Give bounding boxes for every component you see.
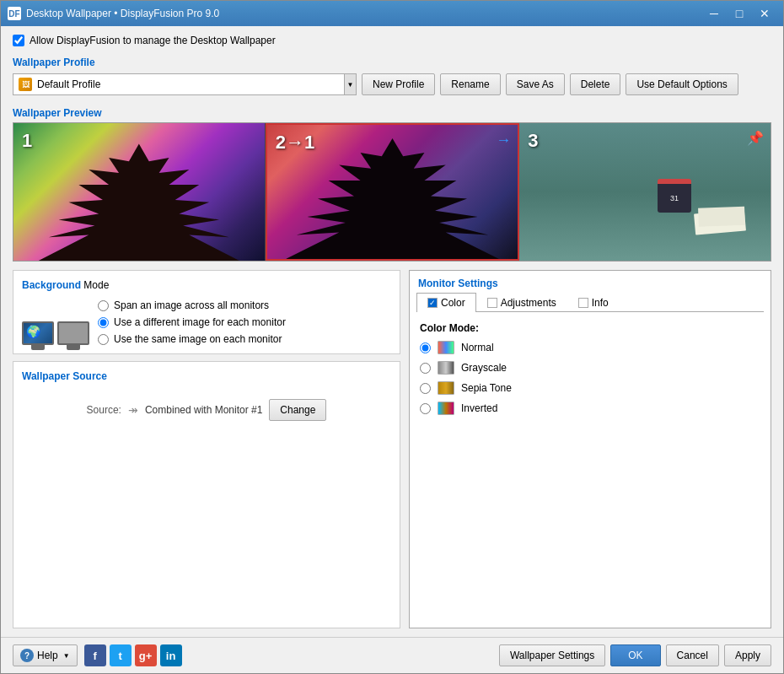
tab-adjustments[interactable]: Adjustments [476, 293, 567, 312]
wallpaper-source-section: Wallpaper Source Source: ↠ Combined with… [13, 361, 400, 628]
preview-section: Wallpaper Preview 1 2→1 → [13, 107, 771, 262]
ok-button[interactable]: OK [610, 644, 660, 666]
content-area: Allow DisplayFusion to manage the Deskto… [1, 26, 783, 637]
color-option-grayscale[interactable]: Grayscale [420, 361, 760, 375]
tab-color-label: Color [441, 297, 465, 309]
monitor2-icon-overlay: → [496, 132, 511, 149]
radio-same-label: Use the same image on each monitor [114, 333, 282, 345]
paper-pile [694, 210, 746, 235]
color-option-normal[interactable]: Normal [420, 341, 760, 354]
radio-inverted[interactable] [420, 403, 431, 414]
allow-checkbox-label: Allow DisplayFusion to manage the Deskto… [30, 35, 276, 46]
googleplus-icon[interactable]: g+ [135, 644, 157, 666]
help-dropdown-arrow: ▼ [63, 652, 70, 660]
rename-button[interactable]: Rename [440, 73, 500, 95]
tab-info[interactable]: Info [567, 293, 620, 312]
apply-button[interactable]: Apply [724, 644, 771, 666]
color-label-normal: Normal [461, 342, 494, 353]
change-button[interactable]: Change [269, 399, 326, 421]
radio-span-input[interactable] [98, 300, 109, 311]
maximize-button[interactable]: □ [728, 5, 751, 22]
tab-color[interactable]: ✓ Color [416, 293, 476, 312]
monitor-icon-second [57, 321, 89, 345]
title-bar: DF Desktop Wallpaper • DisplayFusion Pro… [1, 1, 783, 26]
calendar-icon: 31 [658, 179, 691, 213]
monitor-preview-2[interactable]: 2→1 → [266, 123, 520, 261]
help-button[interactable]: ? Help ▼ [13, 644, 78, 666]
preview-container: 1 2→1 → 31 [13, 122, 771, 262]
radio-sepia[interactable] [420, 383, 431, 394]
linkedin-icon[interactable]: in [160, 644, 182, 666]
tab-color-checkbox: ✓ [427, 298, 438, 308]
tab-info-checkbox [578, 298, 588, 308]
facebook-icon[interactable]: f [84, 644, 106, 666]
swatch-normal-icon [438, 341, 454, 354]
twitter-icon[interactable]: t [110, 644, 132, 666]
monitor3-number: 3 [528, 130, 538, 152]
cancel-button[interactable]: Cancel [666, 644, 719, 666]
wallpaper-preview-label: Wallpaper Preview [13, 107, 771, 119]
dropdown-arrow-icon: ▼ [344, 74, 356, 94]
tab-content: Color Mode: Normal Grayscale S [410, 312, 771, 628]
color-label-grayscale: Grayscale [461, 362, 507, 374]
color-label-sepia: Sepia Tone [461, 382, 512, 394]
help-label: Help [37, 650, 58, 661]
wallpaper-profile-label: Wallpaper Profile [13, 57, 771, 68]
bottom-right-buttons: Wallpaper Settings OK Cancel Apply [499, 644, 771, 666]
bottom-panels: Background Mode Span an image across all… [13, 270, 771, 628]
minimize-button[interactable]: ─ [702, 5, 726, 22]
monitor-icons [22, 298, 89, 345]
title-bar-text: Desktop Wallpaper • DisplayFusion Pro 9.… [26, 8, 702, 19]
use-default-options-button[interactable]: Use Default Options [626, 73, 738, 95]
radio-different-label: Use a different image for each monitor [114, 316, 286, 328]
background-mode-section: Background Mode Span an image across all… [13, 270, 400, 354]
tab-adjustments-label: Adjustments [501, 297, 556, 309]
swatch-grayscale-icon [438, 361, 454, 375]
tree-silhouette-1 [39, 143, 239, 261]
profile-dropdown[interactable]: 🖼 Default Profile ▼ [13, 73, 357, 95]
new-profile-button[interactable]: New Profile [362, 73, 435, 95]
tabs-row: ✓ Color Adjustments Info [416, 293, 764, 312]
monitor-preview-3[interactable]: 31 3 📌 [519, 123, 771, 261]
radio-span[interactable]: Span an image across all monitors [98, 299, 286, 311]
allow-checkbox[interactable] [13, 35, 24, 46]
background-mode-content: Span an image across all monitors Use a … [22, 298, 391, 345]
radio-same[interactable]: Use the same image on each monitor [98, 333, 286, 345]
close-button[interactable]: ✕ [753, 5, 776, 22]
monitor1-number: 1 [22, 130, 32, 152]
radio-different[interactable]: Use a different image for each monitor [98, 316, 286, 328]
save-as-button[interactable]: Save As [506, 73, 565, 95]
radio-grayscale[interactable] [420, 363, 431, 374]
left-panel: Background Mode Span an image across all… [13, 270, 400, 628]
color-option-sepia[interactable]: Sepia Tone [420, 381, 760, 395]
delete-button[interactable]: Delete [570, 73, 621, 95]
social-icons: f t g+ in [84, 644, 182, 666]
color-option-inverted[interactable]: Inverted [420, 402, 760, 415]
background-label-rest: Mode [83, 279, 109, 291]
monitor2-number: 2→1 [276, 132, 314, 154]
profile-icon: 🖼 [19, 78, 32, 91]
radio-same-input[interactable] [98, 334, 109, 345]
monitor1-background [13, 123, 265, 261]
source-arrow-icon: ↠ [128, 403, 138, 417]
wallpaper-settings-button[interactable]: Wallpaper Settings [499, 644, 605, 666]
help-icon: ? [20, 649, 34, 662]
title-bar-controls: ─ □ ✕ [702, 5, 776, 22]
main-window: DF Desktop Wallpaper • DisplayFusion Pro… [0, 0, 784, 674]
profile-row: 🖼 Default Profile ▼ New Profile Rename S… [13, 73, 771, 95]
monitor3-background: 31 [519, 123, 771, 261]
background-mode-header: Background Mode [22, 279, 391, 291]
app-icon: DF [8, 7, 21, 20]
source-content: Source: ↠ Combined with Monitor #1 Chang… [22, 399, 391, 421]
radio-different-input[interactable] [98, 317, 109, 328]
bottom-bar: ? Help ▼ f t g+ in Wallpaper Settings OK… [1, 637, 783, 673]
monitor-preview-1[interactable]: 1 [13, 123, 266, 261]
swatch-inverted-icon [438, 402, 454, 415]
background-mode-options: Span an image across all monitors Use a … [98, 298, 286, 345]
radio-normal[interactable] [420, 342, 431, 353]
source-text: Source: [87, 404, 121, 416]
monitor3-icon-overlay: 📌 [747, 130, 764, 146]
color-mode-label: Color Mode: [420, 322, 760, 334]
tree-silhouette-2 [286, 138, 499, 259]
radio-span-label: Span an image across all monitors [114, 299, 269, 311]
